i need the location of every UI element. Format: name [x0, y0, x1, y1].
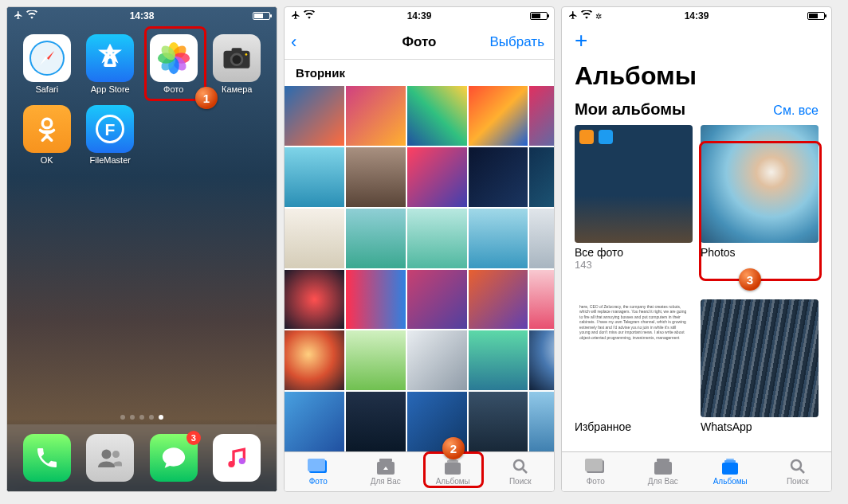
page-title: Альбомы — [562, 57, 831, 97]
photo-thumb[interactable] — [285, 209, 344, 268]
tab-photos[interactable]: Фото — [285, 452, 352, 491]
albums-tab-icon — [720, 458, 740, 475]
back-button[interactable]: ‹ — [291, 32, 296, 53]
album-whatsapp[interactable]: WhatsApp — [701, 299, 819, 452]
nav-bar: ‹ Фото Выбрать — [285, 25, 554, 60]
svg-rect-36 — [722, 463, 738, 475]
svg-rect-33 — [585, 459, 603, 471]
foryou-tab-icon — [653, 458, 673, 475]
dock-messages[interactable]: 3 — [150, 434, 198, 482]
phone-albums-screen: ✲ 14:39 + Альбомы Мои альбомы См. все Вс… — [561, 6, 832, 492]
airplane-icon — [291, 10, 300, 22]
photo-thumb[interactable] — [346, 86, 406, 146]
tab-label: Фото — [587, 477, 605, 486]
badge: 3 — [186, 431, 201, 445]
app-photos[interactable]: Фото — [145, 34, 202, 94]
select-button[interactable]: Выбрать — [490, 34, 544, 50]
page-dots[interactable] — [7, 410, 277, 424]
status-bar: ✲ 14:39 — [562, 7, 831, 25]
photo-thumb[interactable] — [285, 147, 344, 207]
svg-rect-38 — [726, 459, 734, 460]
tab-foryou[interactable]: Для Вас — [352, 452, 420, 491]
photo-thumb[interactable] — [469, 270, 528, 330]
add-album-button[interactable]: + — [562, 25, 831, 57]
photo-thumb[interactable] — [469, 147, 528, 207]
app-ok[interactable]: OK — [18, 105, 76, 165]
photo-thumb[interactable] — [407, 270, 467, 330]
album-grid: Все фото 143 Photos here, CEO of Zelocra… — [562, 125, 831, 451]
album-favorites[interactable]: here, CEO of Zelocracy, the company that… — [575, 299, 693, 452]
wifi-icon — [581, 10, 592, 21]
app-safari[interactable]: Safari — [18, 34, 76, 94]
see-all-link[interactable]: См. все — [773, 104, 819, 118]
photo-thumb[interactable] — [529, 209, 554, 268]
tab-albums[interactable]: Альбомы — [697, 452, 764, 491]
filemaster-icon: F — [86, 105, 134, 153]
photo-thumb[interactable] — [469, 86, 528, 146]
section-header: Вторник — [285, 60, 554, 86]
svg-point-23 — [239, 458, 245, 464]
camera-icon — [213, 34, 261, 82]
app-camera[interactable]: Камера — [209, 34, 266, 94]
photo-thumb[interactable] — [407, 147, 467, 207]
photo-thumb[interactable] — [407, 330, 467, 390]
foryou-tab-icon — [375, 458, 396, 475]
tab-label: Альбомы — [436, 477, 470, 486]
photo-thumb[interactable] — [529, 270, 554, 330]
wifi-icon — [26, 10, 37, 21]
photo-thumb[interactable] — [469, 392, 528, 451]
app-label: FileMaster — [90, 155, 131, 165]
photo-thumb[interactable] — [407, 86, 467, 146]
app-label: App Store — [91, 84, 130, 94]
app-label: Камера — [222, 84, 252, 94]
section-my-albums: Мои альбомы — [575, 100, 685, 119]
app-appstore[interactable]: App Store — [82, 34, 139, 94]
tab-search[interactable]: Поиск — [487, 452, 555, 491]
photo-thumb[interactable] — [529, 147, 554, 207]
svg-point-20 — [102, 450, 112, 459]
nav-title: Фото — [402, 34, 437, 50]
thumbnail-grid — [285, 86, 554, 451]
photo-thumb[interactable] — [407, 392, 467, 451]
photo-thumb[interactable] — [529, 86, 554, 146]
photos-icon — [150, 34, 198, 82]
dock-music[interactable] — [213, 434, 261, 482]
dock-contacts[interactable] — [86, 434, 134, 482]
photo-thumb[interactable] — [346, 392, 406, 451]
photo-thumb[interactable] — [469, 209, 528, 268]
tab-search[interactable]: Поиск — [764, 452, 832, 491]
album-all-photos[interactable]: Все фото 143 — [575, 125, 693, 290]
photo-thumb[interactable] — [285, 270, 344, 330]
svg-rect-37 — [724, 460, 736, 463]
album-photos[interactable]: Photos — [701, 125, 819, 290]
svg-rect-15 — [232, 48, 242, 52]
photo-thumb[interactable] — [346, 209, 406, 268]
tab-photos[interactable]: Фото — [562, 452, 630, 491]
photo-thumb[interactable] — [285, 392, 344, 451]
photo-thumb[interactable] — [285, 330, 344, 390]
photo-thumb[interactable] — [285, 86, 344, 146]
search-tab-icon — [787, 458, 808, 475]
photo-thumb[interactable] — [529, 392, 554, 451]
app-filemaster[interactable]: FFileMaster — [82, 105, 139, 165]
dock-phone[interactable] — [23, 434, 71, 482]
album-name: Photos — [701, 243, 819, 259]
photo-thumb[interactable] — [407, 209, 467, 268]
appstore-icon — [86, 34, 134, 82]
loading-icon: ✲ — [595, 12, 602, 21]
photo-thumb[interactable] — [469, 330, 528, 390]
svg-rect-30 — [449, 459, 457, 460]
battery-icon — [530, 12, 548, 20]
photo-thumb[interactable] — [346, 330, 406, 390]
photo-thumb[interactable] — [346, 270, 406, 330]
tab-albums[interactable]: Альбомы — [419, 452, 487, 491]
photo-thumb[interactable] — [346, 147, 406, 207]
svg-point-22 — [229, 461, 235, 467]
photo-thumb[interactable] — [529, 330, 554, 390]
albums-tab-icon — [442, 458, 463, 475]
airplane-icon — [14, 10, 23, 22]
album-name: Избранное — [575, 417, 693, 433]
tab-foryou[interactable]: Для Вас — [630, 452, 697, 491]
tab-label: Альбомы — [713, 477, 748, 486]
svg-rect-27 — [379, 459, 392, 462]
